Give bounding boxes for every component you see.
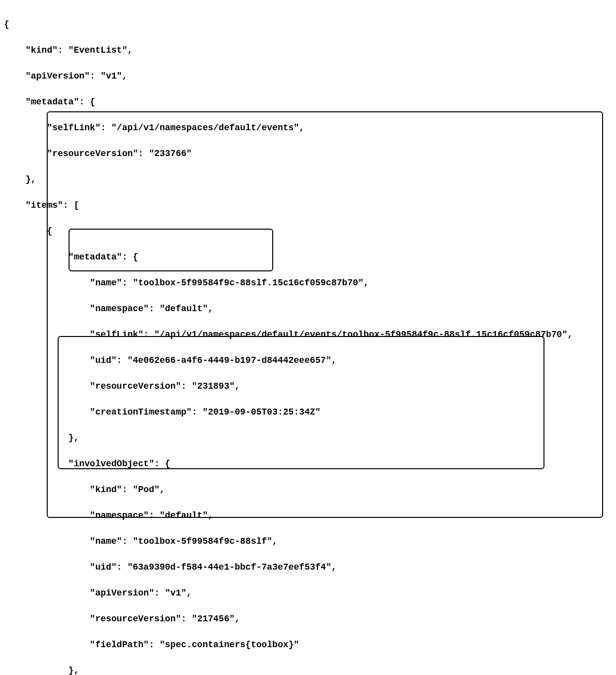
involved-namespace: default [165, 510, 203, 520]
involved-name: toolbox-5f99584f9c-88slf [138, 536, 267, 546]
involved-apiVersion: v1 [170, 588, 181, 598]
item-metadata-uid: 4e062e66-a4f6-4449-b197-d84442eee657 [133, 355, 326, 365]
item-metadata-resourceVersion: 231893 [197, 381, 230, 391]
item-metadata-creationTimestamp: 2019-09-05T03:25:34Z [208, 407, 315, 417]
involved-kind: Pod [138, 485, 154, 495]
involved-resourceVersion: 217456 [197, 614, 230, 624]
kind-value: EventList [74, 45, 122, 55]
item-metadata-name: toolbox-5f99584f9c-88slf.15c16cf059c87b7… [138, 278, 358, 288]
involved-uid: 63a9390d-f584-44e1-bbcf-7a3e7eef53f4 [133, 562, 326, 572]
involved-fieldPath: spec.containers{toolbox} [165, 640, 294, 650]
json-code-block: { "kind": "EventList", "apiVersion": "v1… [4, 5, 612, 675]
item-metadata-namespace: default [165, 304, 203, 314]
metadata-selfLink: /api/v1/namespaces/default/events [117, 123, 294, 133]
metadata-resourceVersion: 233766 [154, 149, 186, 159]
item-metadata-selfLink: /api/v1/namespaces/default/events/toolbo… [159, 330, 562, 339]
apiVersion-value: v1 [106, 71, 117, 81]
json-line: { [4, 18, 612, 31]
